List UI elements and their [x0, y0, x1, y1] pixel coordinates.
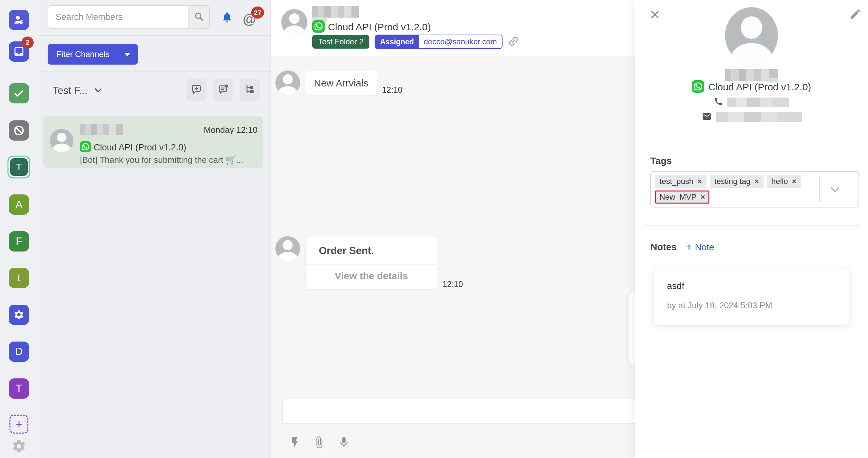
search-button[interactable]: [188, 6, 209, 28]
remove-tag-icon[interactable]: ×: [754, 177, 759, 185]
note-meta: by at July 19, 2024 5:03 PM: [667, 300, 772, 310]
divider: [38, 35, 271, 36]
gear-icon: [13, 309, 25, 320]
gear-icon: [11, 449, 26, 455]
chat-plus-icon: [191, 84, 202, 96]
assignee-selector[interactable]: Assigned decco@sanuker.com: [375, 35, 502, 49]
remove-tag-icon[interactable]: ×: [700, 193, 705, 201]
inbox-icon: [13, 46, 25, 57]
edit-contact-button[interactable]: [849, 8, 862, 22]
tags-list: test_push × testing tag × hello × New_MV…: [655, 175, 818, 203]
message-time: 12:10: [382, 85, 403, 95]
tag-pill: hello ×: [767, 175, 801, 188]
tag-label: testing tag: [714, 177, 750, 186]
avatar: [275, 236, 300, 261]
remove-tag-icon[interactable]: ×: [698, 177, 702, 185]
folder-tile-t[interactable]: t: [9, 268, 29, 288]
voice-message-button[interactable]: [337, 436, 350, 450]
add-note-label: Note: [695, 242, 714, 253]
folder-tag-pill[interactable]: Test Folder 2: [312, 35, 369, 48]
bell-icon: [221, 18, 233, 24]
add-note-button[interactable]: + Note: [686, 242, 714, 253]
folder-dropdown[interactable]: Test F...: [53, 84, 103, 98]
folder-tile-letter: D: [16, 346, 23, 358]
attach-file-button[interactable]: [313, 436, 326, 450]
message-row: Order Sent. View the details 12:10: [305, 237, 463, 290]
folder-tile-F[interactable]: F: [9, 231, 29, 252]
remove-tag-icon[interactable]: ×: [792, 177, 797, 185]
notes-section-title: Notes: [650, 242, 677, 253]
contact-channel: Cloud API (Prod v1.2.0): [708, 81, 811, 93]
contact-name-row: [312, 6, 359, 18]
folder-tile-letter: A: [16, 199, 23, 210]
search-members-box: [48, 5, 210, 29]
tags-section-title: Tags: [650, 156, 672, 166]
channel-rail: 2 T A F t D T +: [0, 0, 38, 458]
pencil-icon: [849, 15, 862, 21]
notes-header-row: Notes + Note: [650, 242, 714, 253]
automations-nav-button[interactable]: [9, 305, 29, 325]
microphone-icon: [337, 444, 350, 450]
assigned-label: Assigned: [375, 35, 419, 48]
channel-row: Cloud API (Prod v1.2.0): [312, 20, 431, 34]
filter-channels-button[interactable]: Fiter Channels: [48, 44, 138, 65]
tag-pill-highlighted: New_MVP ×: [655, 191, 709, 203]
folder-tile-D[interactable]: D: [9, 341, 29, 362]
folder-tile-letter: F: [16, 235, 22, 247]
copy-link-icon[interactable]: [504, 33, 523, 51]
message-time: 12:10: [442, 280, 463, 289]
folder-tile-letter: t: [18, 272, 21, 284]
chat-thread: Cloud API (Prod v1.2.0) Test Folder 2 As…: [271, 0, 635, 458]
avatar: [275, 70, 300, 95]
blocked-filter-button[interactable]: [9, 120, 29, 140]
view-details-button[interactable]: View the details: [306, 265, 437, 289]
whatsapp-icon: [312, 20, 325, 34]
plus-icon: +: [16, 417, 23, 431]
folder-tile-T-selected[interactable]: T: [7, 156, 30, 178]
tags-dropdown-button[interactable]: [829, 183, 841, 197]
contact-channel-row: Cloud API (Prod v1.2.0): [635, 80, 868, 94]
divider: [38, 71, 271, 72]
folder-tile-A[interactable]: A: [9, 194, 29, 215]
search-members-input[interactable]: [48, 6, 188, 28]
tags-input-box[interactable]: test_push × testing tag × hello × New_MV…: [650, 171, 859, 207]
panel-drawer-handle[interactable]: [628, 293, 636, 365]
mentions-badge: 27: [251, 6, 264, 19]
inbox-unread-badge: 2: [22, 36, 34, 48]
order-card-title: Order Sent.: [306, 237, 437, 264]
order-card-message: Order Sent. View the details: [305, 237, 437, 290]
done-filter-button[interactable]: [9, 83, 29, 103]
message-row: New Arrvials 12:10: [305, 71, 402, 95]
envelope-icon: [701, 111, 712, 123]
divider: [644, 138, 859, 138]
note-text: asdf: [667, 281, 684, 291]
divider: [644, 225, 859, 226]
sort-view-button[interactable]: [240, 78, 260, 101]
conversation-list-item[interactable]: Monday 12:10 Cloud API (Prod v1.2.0) [Bo…: [43, 117, 264, 168]
quick-reply-button[interactable]: [288, 436, 302, 450]
folder-tile-letter: T: [10, 158, 28, 176]
add-channel-button[interactable]: +: [9, 415, 28, 433]
contacts-nav-button[interactable]: [9, 10, 29, 30]
conversation-preview: [Bot] Thank you for submitting the cart …: [80, 155, 259, 165]
unread-filter-button[interactable]: [213, 78, 233, 101]
tag-label: test_push: [659, 177, 693, 186]
note-card[interactable]: asdf by at July 19, 2024 5:03 PM: [654, 269, 849, 325]
contact-email-row: [635, 111, 868, 123]
tag-label: hello: [771, 177, 788, 186]
whatsapp-icon: [692, 80, 704, 94]
new-conversation-button[interactable]: [186, 78, 207, 101]
folder-tile-T2[interactable]: T: [9, 379, 29, 399]
message-composer: [282, 399, 635, 424]
close-panel-button[interactable]: [649, 8, 661, 22]
contact-phone-row: [635, 97, 868, 108]
mentions-button[interactable]: @ 27: [243, 12, 256, 26]
avatar: [725, 7, 778, 64]
notifications-button[interactable]: [221, 11, 233, 24]
settings-button[interactable]: [11, 439, 26, 455]
header-pills-row: Test Folder 2 Assigned decco@sanuker.com: [312, 35, 520, 49]
phone-icon: [714, 97, 723, 108]
phone-number-redacted: [727, 98, 789, 107]
channel-name: Cloud API (Prod v1.2.0): [328, 22, 431, 33]
message-input[interactable]: [283, 399, 635, 423]
